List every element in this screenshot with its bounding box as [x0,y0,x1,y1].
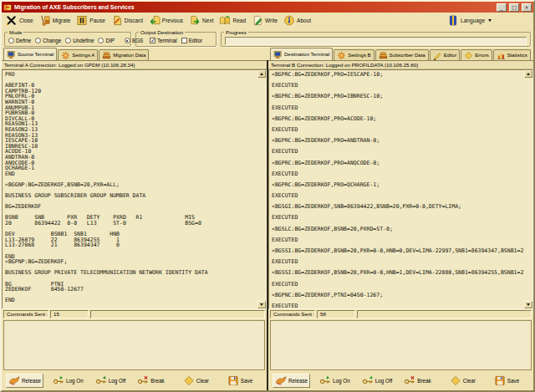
terminal-b-toolbar: Release Log On Log Off Break Clear Save [268,371,533,390]
commands-sent-label: Commands Sent : [270,310,315,318]
scroll-up-button[interactable] [257,70,266,78]
next-icon [189,15,201,26]
migrate-button[interactable]: Migrate [39,15,71,26]
mode-radio-undefine[interactable]: Undefine [65,38,94,43]
pause-button[interactable]: Pause [76,15,104,26]
terminal-b-scrollbar[interactable] [524,70,532,308]
mode-group-label: Mode [8,29,23,35]
destination-terminal-panel: Terminal B Connection: Logged on PROFILD… [268,60,533,390]
output-terminal-checkbox[interactable]: Terminal [150,38,177,43]
mode-group: Mode Define Change Undefine DIP BGS [4,32,131,47]
language-button[interactable]: Language [447,15,492,26]
commands-sent-value: 15 [50,310,89,318]
terminal-icon [7,50,16,59]
log-on-button[interactable]: Log On [317,374,353,388]
tab-statistics[interactable]: Statistics [493,49,531,60]
mode-radio-dip[interactable]: DIP [98,38,115,43]
save-icon [494,375,506,386]
statusbar-filler [90,310,265,318]
terminal-b-connection-status: Terminal B Connection: Logged on PROFILD… [268,60,533,69]
clear-button[interactable]: Clear [447,374,478,388]
output-destination-group: Output Destination Terminal Editor [135,32,217,47]
scroll-down-button[interactable] [524,301,532,308]
settings-gear-icon [61,51,70,60]
previous-button[interactable]: Previous [149,15,183,26]
progress-label: Progress [224,29,248,35]
data-books-icon [379,51,388,60]
radio-icon [98,38,104,43]
save-icon [227,375,239,386]
tab-source-terminal[interactable]: Source Terminal [3,48,57,60]
radio-icon [8,38,14,43]
mode-radio-change[interactable]: Change [35,38,61,43]
about-button[interactable]: About [283,15,311,26]
main-toolbar: Close Migrate Pause Discard Previous Nex… [2,13,533,28]
save-button[interactable]: Save [492,374,522,388]
close-button[interactable]: Close [6,15,33,26]
tab-errors[interactable]: Errors [461,49,492,60]
previous-icon [149,15,160,26]
write-icon [252,15,263,26]
log-on-button[interactable]: Log On [50,374,86,388]
read-button[interactable]: Read [219,15,246,26]
terminal-b-statusbar: Commands Sent : 58 [268,309,533,319]
discard-button[interactable]: Discard [111,15,143,26]
left-tab-bar: Source Terminal Settings A Migration Dat… [3,48,270,60]
terminal-a-command-input[interactable] [3,320,265,370]
terminal-a-output-area[interactable]: PRO ABEFINT-0 CAMPTRB-120 PNLOFRL-0 WARN… [2,69,267,309]
clear-icon [450,375,461,386]
radio-selected-icon [125,38,130,43]
scroll-up-button[interactable] [524,70,532,78]
tab-destination-terminal[interactable]: Destination Terminal [270,48,333,60]
terminal-b-output-area[interactable]: <BGPRC:BG=ZEDERKOF,PRO=IESCAPE-10; EXECU… [268,69,533,309]
break-icon [404,375,415,386]
tab-settings-a[interactable]: Settings A [58,49,98,60]
app-icon [3,3,12,12]
editor-pencil-icon [433,51,442,60]
tab-migration-data[interactable]: Migration Data [99,49,149,60]
terminal-a-text: PRO ABEFINT-0 CAMPTRB-120 PNLOFRL-0 WARN… [3,70,257,308]
close-window-button[interactable]: × [522,3,532,12]
mode-radio-define[interactable]: Define [8,38,31,43]
terminal-a-statusbar: Commands Sent : 15 [2,309,267,319]
tab-editor[interactable]: Editor [430,49,461,60]
minimize-button[interactable]: _ [497,3,507,12]
triangle-up-icon [260,73,263,75]
terminal-a-connection-status: Terminal A Connection: Logged on GPDM (1… [2,60,267,69]
maximize-button[interactable]: □ [509,3,519,12]
clear-icon [183,375,195,386]
right-tab-bar: Destination Terminal Settings B Subscrib… [270,48,532,60]
terminal-b-command-input[interactable] [270,320,532,370]
log-on-icon [319,375,331,386]
break-button[interactable]: Break [401,374,433,388]
progress-group: Progress [221,32,531,47]
source-terminal-panel: Terminal A Connection: Logged on GPDM (1… [2,60,268,390]
output-destination-label: Output Destination [139,29,185,35]
pause-icon [76,15,88,26]
title-bar: Migration of AXE Subscribers and Service… [2,2,533,13]
progress-bar [225,37,527,45]
scroll-down-button[interactable] [257,301,266,308]
write-button[interactable]: Write [252,15,278,26]
clear-button[interactable]: Clear [181,374,211,388]
tab-bars: Source Terminal Settings A Migration Dat… [2,48,533,60]
commands-sent-value: 58 [317,310,355,318]
terminal-a-scrollbar[interactable] [257,70,266,308]
output-editor-checkbox[interactable]: Editor [181,38,202,43]
break-button[interactable]: Break [135,374,166,388]
next-button[interactable]: Next [189,15,213,26]
tab-subscriber-data[interactable]: Subscriber Data [375,49,429,60]
log-off-button[interactable]: Log Off [359,374,395,388]
terminal-panels: Terminal A Connection: Logged on GPDM (1… [2,60,533,390]
errors-diamond-icon [464,51,473,60]
log-off-button[interactable]: Log Off [93,374,129,388]
release-button[interactable]: Release [6,374,43,388]
tab-settings-b[interactable]: Settings B [334,49,374,60]
terminal-icon [273,50,283,59]
release-button[interactable]: Release [273,374,310,388]
app-window: Migration of AXE Subscribers and Service… [0,0,535,392]
settings-gear-icon [337,51,346,60]
statusbar-filler [357,310,532,318]
migrate-icon [39,15,51,26]
save-button[interactable]: Save [225,374,255,388]
